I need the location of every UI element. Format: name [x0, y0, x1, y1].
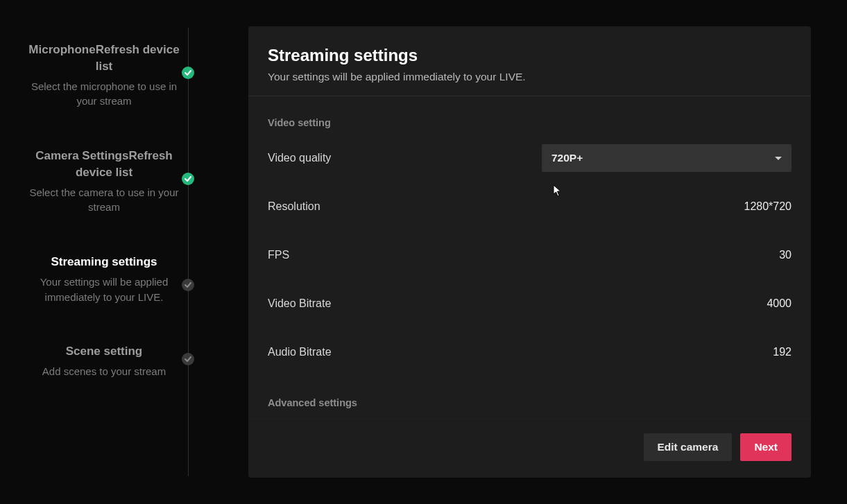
- setting-value: 30: [779, 249, 792, 261]
- step-title: Camera SettingsRefresh device list: [28, 148, 180, 181]
- video-quality-label: Video quality: [268, 152, 331, 164]
- check-icon: [182, 353, 194, 365]
- setting-value: 4000: [767, 297, 792, 310]
- setting-label: FPS: [268, 249, 289, 261]
- step-title: MicrophoneRefresh device list: [28, 42, 180, 75]
- panel-footer: Edit camera Next: [248, 419, 811, 478]
- row-fps: FPS 30: [268, 231, 792, 279]
- step-camera[interactable]: Camera SettingsRefresh device list Selec…: [0, 148, 208, 215]
- section-video-label: Video setting: [268, 117, 792, 128]
- step-title: Streaming settings: [28, 254, 180, 270]
- step-subtitle: Add scenes to your stream: [28, 364, 180, 379]
- setting-label: Audio Bitrate: [268, 346, 332, 358]
- step-microphone[interactable]: MicrophoneRefresh device list Select the…: [0, 42, 208, 109]
- setting-label: Video Bitrate: [268, 297, 331, 310]
- setting-value: 192: [773, 346, 792, 358]
- row-video-quality: Video quality 720P+: [268, 134, 792, 182]
- step-subtitle: Select the camera to use in your stream: [28, 185, 180, 216]
- section-advanced-label: Advanced settings: [268, 397, 792, 408]
- setting-label: Resolution: [268, 200, 320, 213]
- edit-camera-button[interactable]: Edit camera: [644, 433, 733, 461]
- setup-stepper: MicrophoneRefresh device list Select the…: [0, 0, 208, 504]
- video-quality-dropdown[interactable]: 720P+: [542, 144, 792, 172]
- chevron-down-icon: [775, 157, 782, 160]
- check-icon: [182, 279, 194, 291]
- step-subtitle: Select the microphone to use in your str…: [28, 79, 180, 110]
- row-resolution: Resolution 1280*720: [268, 182, 792, 231]
- row-video-bitrate: Video Bitrate 4000: [268, 279, 792, 328]
- check-icon: [182, 173, 194, 185]
- step-streaming[interactable]: Streaming settings Your settings will be…: [0, 254, 208, 304]
- panel-body[interactable]: Video setting Video quality 720P+ Resolu…: [248, 96, 811, 419]
- video-quality-value: 720P+: [551, 152, 583, 164]
- setting-value: 1280*720: [744, 200, 792, 213]
- next-button[interactable]: Next: [740, 433, 792, 461]
- step-subtitle: Your settings will be applied immediatel…: [28, 275, 180, 305]
- panel-title: Streaming settings: [268, 46, 792, 65]
- step-scene[interactable]: Scene setting Add scenes to your stream: [0, 343, 208, 379]
- row-audio-bitrate: Audio Bitrate 192: [268, 328, 792, 376]
- panel-header: Streaming settings Your settings will be…: [248, 26, 811, 96]
- check-icon: [182, 67, 194, 79]
- step-title: Scene setting: [28, 343, 180, 360]
- streaming-settings-panel: Streaming settings Your settings will be…: [248, 26, 811, 478]
- panel-subtitle: Your settings will be applied immediatel…: [268, 71, 792, 83]
